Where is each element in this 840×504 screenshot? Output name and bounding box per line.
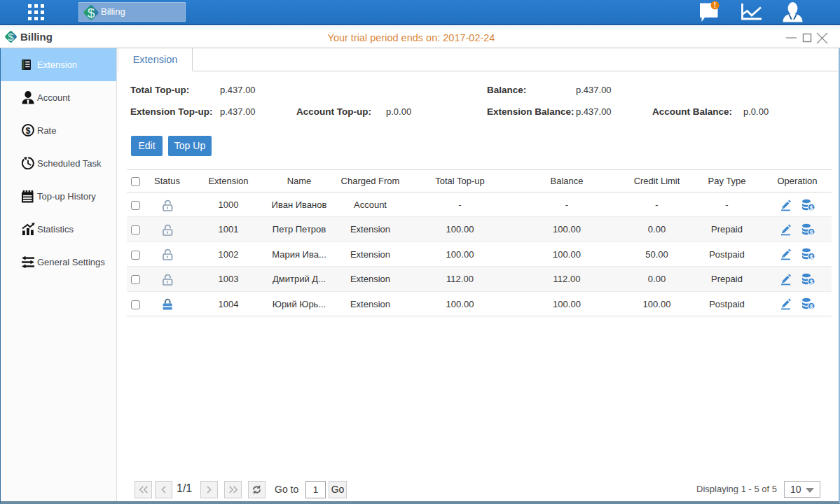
svg-text:$: $ (809, 278, 813, 285)
svg-text:$: $ (809, 303, 813, 310)
svg-text:$: $ (809, 253, 813, 260)
svg-text:$: $ (809, 228, 813, 235)
svg-text:$: $ (88, 6, 95, 20)
svg-text:!: ! (714, 1, 716, 9)
svg-text:$: $ (809, 204, 813, 211)
svg-text:$: $ (26, 126, 31, 136)
